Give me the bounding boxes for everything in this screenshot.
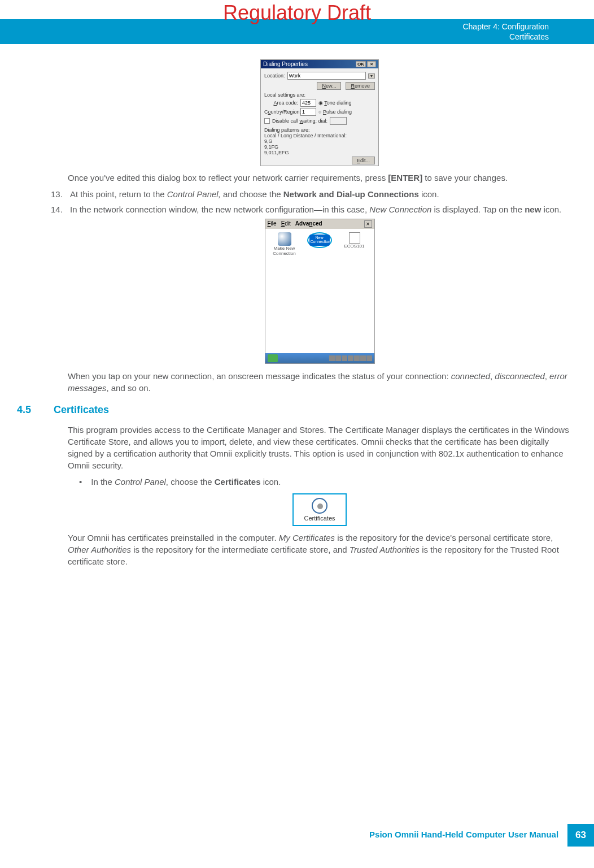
menu-advanced[interactable]: Advanced: [295, 220, 322, 228]
taskbar: [265, 353, 374, 363]
para-connection-status: When you tap on your new connection, an …: [68, 370, 571, 394]
section-title: Certificates: [54, 404, 109, 416]
country-label: Country/Region:: [264, 109, 298, 115]
dialog-body: Location: ▼ NNew...ew... Remove Local se…: [261, 68, 378, 166]
disable-waiting-checkbox[interactable]: [264, 118, 270, 124]
connections-window: File Edit Advanced × Make New Connection…: [265, 219, 375, 364]
figure-dialing-properties: Dialing Properties OK × Location: ▼ NNew…: [68, 59, 571, 166]
dial-input: [330, 117, 347, 125]
ok-button[interactable]: OK: [356, 61, 366, 67]
network-icon: [349, 232, 360, 244]
tray-icon[interactable]: [342, 355, 347, 361]
country-input[interactable]: [300, 108, 316, 116]
menu-file[interactable]: File: [268, 220, 277, 228]
footer-text: Psion Omnii Hand-Held Computer User Manu…: [360, 824, 567, 847]
tray-icon[interactable]: [354, 355, 360, 361]
new-button[interactable]: NNew...ew...: [317, 82, 341, 90]
tray-icon[interactable]: [348, 355, 353, 361]
edit-button[interactable]: Edit...: [352, 157, 375, 164]
certificates-label: Certificates: [304, 515, 335, 522]
content-area: Dialing Properties OK × Location: ▼ NNew…: [0, 59, 594, 572]
step-num: 13.: [51, 188, 63, 200]
step-13: 13. At this point, return to the Control…: [51, 188, 571, 200]
gear-icon: [312, 498, 327, 514]
make-new-connection-icon[interactable]: Make New Connection: [269, 232, 300, 256]
dialing-properties-dialog: Dialing Properties OK × Location: ▼ NNew…: [260, 59, 379, 166]
watermark: Regulatory Draft: [223, 1, 371, 25]
local-settings-label: Local settings are:: [264, 92, 375, 98]
bullet-dot: •: [79, 476, 82, 488]
pattern-2: 9,1FG: [264, 144, 375, 150]
system-tray: [329, 355, 372, 361]
section-num: 4.5: [17, 404, 31, 416]
para-certificates-repos: Your Omnii has certificates preinstalled…: [68, 532, 571, 567]
patterns-label: Dialing patterns are:: [264, 127, 375, 133]
footer: Psion Omnii Hand-Held Computer User Manu…: [360, 824, 594, 847]
pattern-1: 9,G: [264, 138, 375, 144]
tray-icon[interactable]: [329, 355, 335, 361]
dropdown-arrow-icon[interactable]: ▼: [368, 73, 375, 79]
step-text: In the network connection window, the ne…: [70, 203, 561, 215]
tray-icon[interactable]: [335, 355, 341, 361]
new-connection-icon[interactable]: New Connection: [304, 232, 335, 248]
menu-edit[interactable]: Edit: [281, 220, 291, 228]
ecos-icon[interactable]: ECOS101: [339, 232, 370, 249]
tray-icon[interactable]: [366, 355, 372, 361]
figure-certificates-icon: Certificates: [68, 493, 571, 526]
location-label: Location:: [264, 73, 285, 79]
menubar: File Edit Advanced ×: [265, 219, 374, 229]
close-button[interactable]: ×: [364, 220, 372, 228]
area-code-input[interactable]: [300, 99, 316, 107]
start-button[interactable]: [268, 354, 278, 362]
section-heading: 4.5 Certificates: [17, 404, 571, 416]
pattern-3: 9,011,EFG: [264, 150, 375, 155]
remove-button[interactable]: Remove: [346, 82, 375, 90]
para-certificates-intro: This program provides access to the Cert…: [68, 424, 571, 471]
connection-icon: New Connection: [309, 235, 330, 246]
step-14: 14. In the network connection window, th…: [51, 203, 571, 215]
dialog-title: Dialing Properties: [263, 61, 308, 67]
step-text: At this point, return to the Control Pan…: [70, 188, 439, 200]
area-code-label: Area code:: [264, 100, 298, 106]
globe-icon: [278, 232, 291, 246]
figure-connections-window: File Edit Advanced × Make New Connection…: [68, 219, 571, 364]
para-enter: Once you've edited this dialog box to re…: [68, 172, 571, 184]
location-dropdown[interactable]: [287, 72, 366, 80]
titlebar: Dialing Properties OK ×: [261, 60, 378, 68]
page-number: 63: [567, 824, 594, 847]
bullet-control-panel: • In the Control Panel, choose the Certi…: [79, 476, 571, 488]
conn-body: Make New Connection New Connection ECOS1…: [265, 229, 374, 353]
patterns-sub: Local / Long Distance / International:: [264, 133, 375, 138]
bullet-text: In the Control Panel, choose the Certifi…: [91, 476, 281, 488]
section-line: Certificates: [0, 32, 549, 42]
disable-waiting-label: Disable call waiting; dial:: [272, 118, 327, 124]
close-button[interactable]: ×: [367, 61, 376, 67]
tray-icon[interactable]: [360, 355, 366, 361]
step-num: 14.: [51, 203, 63, 215]
certificates-icon-box[interactable]: Certificates: [292, 493, 346, 526]
